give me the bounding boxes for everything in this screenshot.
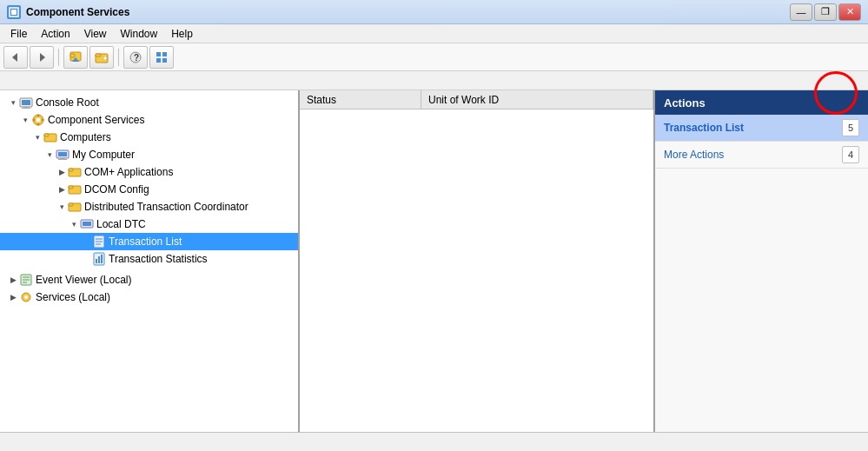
actions-header-label: Actions bbox=[664, 96, 706, 109]
expand-local-dtc[interactable]: ▾ bbox=[68, 218, 80, 230]
menu-view[interactable]: View bbox=[77, 26, 114, 42]
transaction-list-icon bbox=[92, 235, 106, 249]
svg-rect-19 bbox=[22, 100, 30, 105]
svg-marker-2 bbox=[12, 53, 17, 62]
tree-item-local-dtc[interactable]: ▾ Local DTC bbox=[0, 216, 298, 233]
action-more-actions-badge: 4 bbox=[842, 146, 859, 163]
tree-item-dcom-config[interactable]: ▶ DCOM Config bbox=[0, 181, 298, 198]
action-more-actions[interactable]: More Actions 4 bbox=[655, 142, 868, 169]
column-status[interactable]: Status bbox=[300, 90, 421, 109]
svg-point-23 bbox=[36, 118, 41, 123]
expand-com-plus[interactable]: ▶ bbox=[56, 166, 68, 178]
svg-rect-16 bbox=[156, 58, 161, 63]
local-dtc-icon bbox=[80, 217, 94, 231]
event-viewer-label: Event Viewer (Local) bbox=[36, 274, 132, 286]
computers-label: Computers bbox=[60, 131, 111, 143]
toolbar-separator-1 bbox=[58, 49, 59, 66]
view-button[interactable] bbox=[149, 46, 174, 69]
tree-item-com-plus[interactable]: ▶ COM+ Applications bbox=[0, 163, 298, 181]
svg-rect-8 bbox=[96, 54, 101, 56]
component-services-icon bbox=[31, 113, 45, 127]
console-root-label: Console Root bbox=[36, 96, 99, 109]
tree-item-computers[interactable]: ▾ Computers bbox=[0, 129, 298, 146]
main-area: ▾ Console Root ▾ bbox=[0, 90, 868, 451]
minimize-button[interactable]: — bbox=[790, 3, 812, 21]
list-body bbox=[300, 109, 653, 451]
toolbar: ? bbox=[0, 43, 868, 71]
dtc-label: Distributed Transaction Coordinator bbox=[84, 201, 248, 213]
svg-rect-39 bbox=[69, 203, 73, 206]
tree-item-console-root[interactable]: ▾ Console Root bbox=[0, 94, 298, 111]
transaction-statistics-label: Transaction Statistics bbox=[109, 253, 208, 265]
address-bar bbox=[0, 71, 868, 90]
folder-button[interactable] bbox=[89, 46, 114, 69]
list-header: Status Unit of Work ID bbox=[300, 90, 653, 109]
expand-event-viewer[interactable]: ▶ bbox=[7, 274, 19, 286]
tree-item-transaction-statistics[interactable]: Transaction Statistics bbox=[0, 250, 298, 268]
transaction-list-label: Transaction List bbox=[109, 235, 182, 248]
svg-point-24 bbox=[37, 115, 40, 117]
app-icon bbox=[7, 5, 21, 19]
menu-action[interactable]: Action bbox=[34, 26, 76, 42]
column-uwid[interactable]: Unit of Work ID bbox=[421, 90, 653, 109]
svg-point-27 bbox=[42, 119, 44, 122]
local-dtc-label: Local DTC bbox=[96, 218, 146, 230]
svg-rect-48 bbox=[98, 256, 100, 263]
tree-item-dtc[interactable]: ▾ Distributed Transaction Coordinator bbox=[0, 198, 298, 216]
svg-marker-3 bbox=[40, 53, 45, 62]
dtc-icon bbox=[68, 200, 82, 214]
action-transaction-list[interactable]: Transaction List 5 bbox=[655, 115, 868, 142]
svg-point-25 bbox=[37, 123, 40, 126]
event-viewer-icon bbox=[19, 273, 33, 287]
help-button[interactable]: ? bbox=[123, 46, 148, 69]
tree-item-transaction-list[interactable]: Transaction List bbox=[0, 233, 298, 250]
tree-item-services[interactable]: ▶ Services (Local) bbox=[0, 289, 298, 306]
svg-rect-41 bbox=[83, 222, 91, 226]
svg-rect-47 bbox=[96, 259, 97, 263]
expand-computers[interactable]: ▾ bbox=[31, 131, 43, 143]
back-button[interactable] bbox=[3, 46, 28, 69]
column-uwid-label: Unit of Work ID bbox=[428, 94, 499, 106]
transaction-statistics-icon bbox=[92, 252, 106, 266]
console-root-icon bbox=[19, 96, 33, 109]
services-icon bbox=[19, 290, 33, 304]
center-panel: Status Unit of Work ID bbox=[300, 90, 655, 451]
expand-dcom-config[interactable]: ▶ bbox=[56, 183, 68, 196]
my-computer-icon bbox=[56, 148, 70, 162]
services-label: Services (Local) bbox=[36, 291, 110, 303]
svg-rect-1 bbox=[11, 10, 17, 15]
maximize-button[interactable]: ❐ bbox=[814, 3, 837, 21]
menu-help[interactable]: Help bbox=[164, 26, 200, 42]
tree-item-component-services[interactable]: ▾ Component Services bbox=[0, 111, 298, 129]
svg-rect-29 bbox=[44, 134, 49, 136]
svg-rect-37 bbox=[69, 186, 73, 189]
my-computer-label: My Computer bbox=[72, 149, 135, 161]
svg-rect-15 bbox=[162, 52, 167, 56]
expand-my-computer[interactable]: ▾ bbox=[43, 149, 56, 161]
tree-item-my-computer[interactable]: ▾ My Computer bbox=[0, 146, 298, 163]
menu-window[interactable]: Window bbox=[114, 26, 165, 42]
tree-panel: ▾ Console Root ▾ bbox=[0, 90, 300, 451]
close-button[interactable]: ✕ bbox=[838, 3, 861, 21]
forward-button[interactable] bbox=[30, 46, 54, 69]
expand-dtc[interactable]: ▾ bbox=[56, 201, 68, 213]
up-button[interactable] bbox=[63, 46, 88, 69]
svg-rect-31 bbox=[58, 152, 67, 156]
computers-icon bbox=[43, 130, 57, 144]
svg-rect-17 bbox=[162, 58, 167, 63]
title-bar: Component Services — ❐ ✕ bbox=[0, 0, 868, 24]
window-controls: — ❐ ✕ bbox=[790, 3, 861, 21]
com-plus-icon bbox=[68, 165, 82, 179]
dcom-config-icon bbox=[68, 182, 82, 196]
svg-rect-21 bbox=[22, 108, 30, 109]
actions-header: Actions bbox=[655, 90, 868, 115]
menu-file[interactable]: File bbox=[3, 26, 34, 42]
expand-component-services[interactable]: ▾ bbox=[19, 114, 31, 126]
expand-transaction-statistics bbox=[80, 253, 92, 265]
svg-point-55 bbox=[24, 295, 28, 299]
svg-rect-5 bbox=[70, 54, 75, 57]
expand-console-root[interactable]: ▾ bbox=[7, 96, 19, 109]
tree-item-event-viewer[interactable]: ▶ Event Viewer (Local) bbox=[0, 271, 298, 289]
svg-text:?: ? bbox=[134, 53, 139, 63]
expand-services[interactable]: ▶ bbox=[7, 291, 19, 303]
